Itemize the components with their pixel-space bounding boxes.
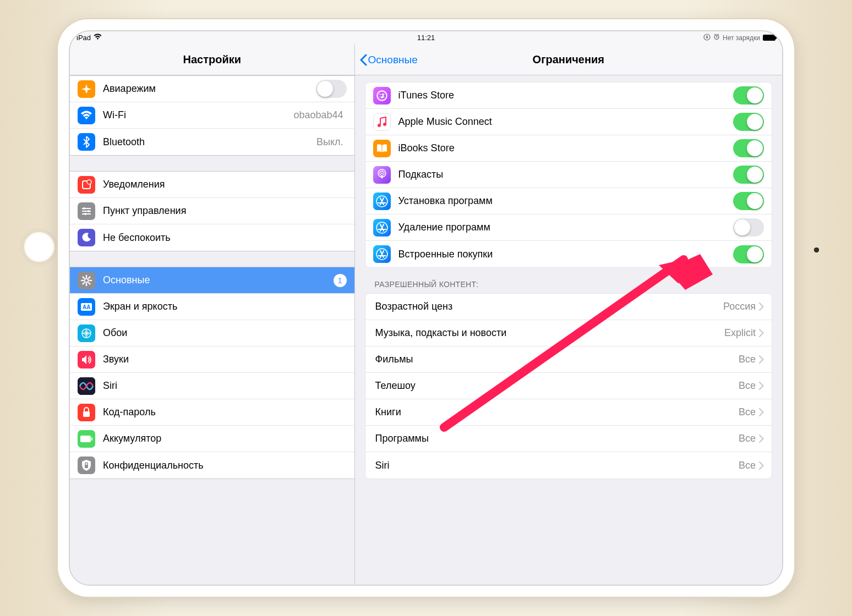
dnd-icon bbox=[78, 229, 95, 246]
restriction-label: Подкасты bbox=[398, 169, 733, 180]
wifi-icon bbox=[94, 34, 102, 42]
sidebar-row-passcode[interactable]: Код-пароль bbox=[70, 399, 354, 426]
display-icon: AA bbox=[78, 298, 95, 316]
row-label: Wi-Fi bbox=[103, 109, 293, 121]
restriction-row: iTunes Store bbox=[365, 82, 772, 109]
restriction-row: Удаление программ bbox=[365, 215, 772, 241]
restriction-toggle[interactable] bbox=[733, 86, 764, 105]
sidebar-row-siri[interactable]: Siri bbox=[70, 373, 354, 399]
sidebar-row-airplane[interactable]: Авиарежим bbox=[70, 76, 354, 102]
row-label: Уведомления bbox=[103, 179, 347, 190]
sidebar-row-dnd[interactable]: Не беспокоить bbox=[70, 224, 354, 251]
row-label: Пункт управления bbox=[103, 205, 347, 217]
restriction-label: Встроенные покупки bbox=[398, 249, 733, 260]
row-label: Код-пароль bbox=[103, 406, 347, 418]
row-label: Bluetooth bbox=[103, 136, 316, 148]
sidebar-row-general[interactable]: Основные1 bbox=[70, 267, 354, 294]
chevron-right-icon bbox=[759, 302, 764, 311]
detail-header: Основные Ограничения bbox=[355, 45, 782, 75]
device-label: iPad bbox=[77, 34, 91, 42]
content-label: Фильмы bbox=[375, 354, 739, 365]
restriction-row: Подкасты bbox=[365, 162, 772, 188]
content-row[interactable]: ТелешоуВсе bbox=[365, 373, 772, 399]
restriction-row: Встроенные покупки bbox=[365, 241, 772, 267]
bluetooth-icon bbox=[78, 133, 95, 151]
chevron-right-icon bbox=[759, 355, 764, 364]
sounds-icon bbox=[78, 351, 95, 369]
battery-icon bbox=[763, 35, 775, 41]
sidebar-row-controlcenter[interactable]: Пункт управления bbox=[70, 198, 354, 224]
sidebar-row-privacy[interactable]: Конфиденциальность bbox=[70, 452, 354, 479]
restriction-label: iBooks Store bbox=[398, 142, 733, 154]
restriction-label: iTunes Store bbox=[398, 90, 733, 101]
chevron-right-icon bbox=[759, 435, 764, 443]
restriction-row: iBooks Store bbox=[365, 135, 772, 162]
content-row[interactable]: ФильмыВсе bbox=[365, 346, 772, 373]
restriction-toggle[interactable] bbox=[733, 218, 764, 237]
content-label: Телешоу bbox=[375, 380, 739, 392]
restriction-toggle[interactable] bbox=[733, 113, 764, 131]
home-button[interactable] bbox=[23, 231, 55, 263]
sidebar-row-battery[interactable]: Аккумулятор bbox=[70, 426, 354, 452]
battery-label: Нет зарядки bbox=[723, 34, 760, 42]
restriction-toggle[interactable] bbox=[733, 166, 764, 184]
svg-point-21 bbox=[377, 91, 387, 101]
row-label: Основные bbox=[103, 274, 330, 286]
svg-rect-8 bbox=[82, 211, 91, 212]
clock: 11:21 bbox=[417, 34, 435, 42]
status-bar: iPad 11:21 Нет зарядки bbox=[70, 31, 782, 45]
sidebar-row-bluetooth[interactable]: BluetoothВыкл. bbox=[70, 129, 354, 155]
svg-rect-19 bbox=[91, 437, 92, 441]
content-row[interactable]: ПрограммыВсе bbox=[365, 426, 772, 452]
content-row[interactable]: Музыка, подкасты и новостиExplicit bbox=[365, 320, 772, 346]
camera-dot bbox=[814, 248, 819, 252]
sidebar-row-wallpaper[interactable]: Обои bbox=[70, 320, 354, 346]
row-label: Аккумулятор bbox=[103, 433, 347, 444]
row-label: Не беспокоить bbox=[103, 232, 347, 244]
svg-rect-6 bbox=[82, 208, 91, 209]
music-icon bbox=[373, 113, 391, 131]
ibooks-icon bbox=[373, 140, 391, 157]
content-value: Все bbox=[739, 460, 756, 471]
restriction-toggle[interactable] bbox=[733, 245, 764, 263]
row-value: obaobab44 bbox=[293, 109, 343, 121]
chevron-right-icon bbox=[759, 382, 764, 390]
content-row[interactable]: SiriВсе bbox=[365, 452, 772, 479]
svg-point-11 bbox=[85, 278, 89, 282]
restriction-toggle[interactable] bbox=[733, 192, 764, 210]
restriction-row: Установка программ bbox=[365, 188, 772, 215]
sidebar-row-sounds[interactable]: Звуки bbox=[70, 346, 354, 373]
appstore-icon bbox=[373, 193, 391, 210]
content-label: Книги bbox=[375, 406, 739, 418]
back-label: Основные bbox=[368, 54, 418, 66]
content-label: Возрастной ценз bbox=[375, 301, 723, 312]
toggle-airplane[interactable] bbox=[316, 80, 347, 98]
content-label: Siri bbox=[375, 460, 739, 471]
screen: iPad 11:21 Нет зарядки На bbox=[69, 30, 783, 586]
content-section-header: РАЗРЕШЕННЫЙ КОНТЕНТ: bbox=[355, 268, 782, 293]
svg-point-24 bbox=[378, 124, 381, 127]
content-label: Музыка, подкасты и новости bbox=[375, 327, 724, 339]
appstore-icon bbox=[373, 245, 391, 263]
detail-pane: Основные Ограничения iTunes StoreApple M… bbox=[355, 45, 782, 585]
svg-rect-1 bbox=[706, 36, 708, 38]
back-button[interactable]: Основные bbox=[359, 54, 418, 66]
content-row[interactable]: КнигиВсе bbox=[365, 399, 772, 426]
airplane-icon bbox=[78, 80, 95, 98]
content-value: Explicit bbox=[724, 327, 756, 339]
restriction-row: Apple Music Connect bbox=[365, 109, 772, 135]
alarm-icon bbox=[713, 34, 720, 42]
content-row[interactable]: Возрастной цензРоссия bbox=[365, 294, 772, 320]
content-value: Россия bbox=[723, 301, 756, 312]
podcast-icon bbox=[373, 166, 391, 184]
restriction-toggle[interactable] bbox=[733, 139, 764, 157]
chevron-right-icon bbox=[759, 329, 764, 337]
sidebar-row-display[interactable]: AAЭкран и яркость bbox=[70, 294, 354, 320]
sidebar-row-wifi[interactable]: Wi-Fiobaobab44 bbox=[70, 102, 354, 129]
general-icon bbox=[78, 272, 95, 289]
svg-point-25 bbox=[383, 123, 386, 126]
content-value: Все bbox=[739, 406, 756, 418]
sidebar-row-notifications[interactable]: Уведомления bbox=[70, 172, 354, 198]
controlcenter-icon bbox=[78, 202, 95, 220]
itunes-icon bbox=[373, 87, 391, 105]
